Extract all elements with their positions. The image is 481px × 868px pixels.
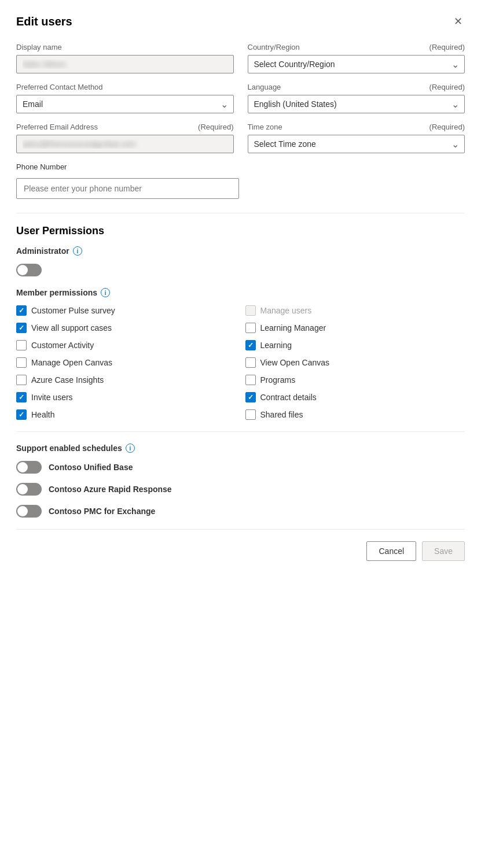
checkbox-manage-open-canvas-box[interactable] bbox=[16, 357, 27, 368]
timezone-required: (Required) bbox=[429, 123, 465, 131]
checkbox-customer-pulse-box[interactable] bbox=[16, 305, 27, 316]
edit-users-modal: Edit users ✕ Display name Country/Region… bbox=[0, 0, 481, 868]
close-button[interactable]: ✕ bbox=[451, 14, 465, 29]
checkbox-manage-users-label: Manage users bbox=[260, 306, 312, 315]
schedule-contoso-unified: Contoso Unified Base bbox=[16, 461, 465, 474]
modal-header: Edit users ✕ bbox=[16, 14, 465, 29]
contoso-pmc-toggle[interactable] bbox=[16, 505, 42, 518]
timezone-label-row: Time zone (Required) bbox=[248, 123, 465, 131]
checkbox-manage-users-box[interactable] bbox=[245, 305, 256, 316]
user-permissions-title: User Permissions bbox=[16, 225, 465, 237]
language-select-wrapper: English (United States) bbox=[248, 95, 465, 113]
checkbox-customer-pulse[interactable]: Customer Pulse survey bbox=[16, 305, 236, 316]
checkbox-customer-pulse-label: Customer Pulse survey bbox=[31, 306, 115, 315]
email-label: Preferred Email Address bbox=[16, 123, 98, 131]
email-group: Preferred Email Address (Required) bbox=[16, 123, 234, 153]
checkbox-learning-manager-label: Learning Manager bbox=[260, 323, 326, 333]
administrator-label-row: Administrator i bbox=[16, 246, 465, 256]
checkbox-programs-box[interactable] bbox=[245, 375, 256, 385]
timezone-group: Time zone (Required) Select Time zone bbox=[248, 123, 465, 153]
divider-1 bbox=[16, 213, 465, 213]
schedule-contoso-pmc: Contoso PMC for Exchange bbox=[16, 505, 465, 518]
checkbox-learning-manager[interactable]: Learning Manager bbox=[245, 323, 465, 333]
contoso-unified-toggle[interactable] bbox=[16, 461, 42, 474]
timezone-label: Time zone bbox=[248, 123, 282, 131]
checkbox-manage-open-canvas-label: Manage Open Canvas bbox=[31, 358, 112, 367]
checkbox-invite-users[interactable]: Invite users bbox=[16, 392, 236, 402]
checkbox-health[interactable]: Health bbox=[16, 409, 236, 420]
schedules-list: Contoso Unified Base Contoso Azure Rapid… bbox=[16, 461, 465, 518]
checkbox-view-support-label: View all support cases bbox=[31, 323, 112, 333]
checkbox-programs[interactable]: Programs bbox=[245, 375, 465, 385]
checkbox-contract-details-box[interactable] bbox=[245, 392, 256, 402]
email-label-row: Preferred Email Address (Required) bbox=[16, 123, 234, 131]
display-name-input[interactable] bbox=[16, 55, 234, 73]
checkbox-manage-users[interactable]: Manage users bbox=[245, 305, 465, 316]
schedules-label: Support enabled schedules bbox=[16, 444, 122, 453]
contact-method-select-wrapper: Email Phone bbox=[16, 95, 234, 113]
checkbox-shared-files-box[interactable] bbox=[245, 409, 256, 420]
email-input[interactable] bbox=[16, 135, 234, 153]
schedule-contoso-azure: Contoso Azure Rapid Response bbox=[16, 483, 465, 496]
checkbox-shared-files[interactable]: Shared files bbox=[245, 409, 465, 420]
contact-method-label: Preferred Contact Method bbox=[16, 83, 234, 91]
checkbox-contract-details-label: Contract details bbox=[260, 393, 317, 402]
country-label-row: Country/Region (Required) bbox=[248, 43, 465, 51]
checkbox-view-support[interactable]: View all support cases bbox=[16, 323, 236, 333]
checkbox-learning[interactable]: Learning bbox=[245, 340, 465, 350]
checkbox-programs-label: Programs bbox=[260, 375, 296, 385]
language-label: Language bbox=[248, 83, 281, 91]
member-permissions-info-icon[interactable]: i bbox=[101, 288, 110, 297]
administrator-info-icon[interactable]: i bbox=[73, 246, 82, 256]
modal-footer: Cancel Save bbox=[16, 529, 465, 561]
member-permissions-label: Member permissions bbox=[16, 288, 97, 297]
checkbox-azure-case-label: Azure Case Insights bbox=[31, 375, 104, 385]
contact-method-group: Preferred Contact Method Email Phone bbox=[16, 83, 234, 113]
country-group: Country/Region (Required) Select Country… bbox=[248, 43, 465, 73]
timezone-select[interactable]: Select Time zone bbox=[248, 135, 465, 153]
country-required: (Required) bbox=[429, 43, 465, 51]
contoso-unified-label: Contoso Unified Base bbox=[49, 463, 133, 472]
modal-title: Edit users bbox=[16, 15, 72, 28]
language-required: (Required) bbox=[429, 83, 465, 91]
checkbox-view-open-canvas-box[interactable] bbox=[245, 357, 256, 368]
phone-label: Phone Number bbox=[16, 162, 465, 171]
divider-2 bbox=[16, 431, 465, 432]
display-name-label: Display name bbox=[16, 43, 234, 51]
checkbox-invite-users-label: Invite users bbox=[31, 393, 73, 402]
checkbox-contract-details[interactable]: Contract details bbox=[245, 392, 465, 402]
display-name-group: Display name bbox=[16, 43, 234, 73]
administrator-toggle[interactable] bbox=[16, 264, 42, 276]
schedules-info-icon[interactable]: i bbox=[126, 444, 135, 453]
checkbox-customer-activity-box[interactable] bbox=[16, 340, 27, 350]
form-grid: Display name Country/Region (Required) S… bbox=[16, 43, 465, 153]
save-button[interactable]: Save bbox=[422, 541, 465, 561]
timezone-select-wrapper: Select Time zone bbox=[248, 135, 465, 153]
checkbox-view-support-box[interactable] bbox=[16, 323, 27, 333]
email-required: (Required) bbox=[198, 123, 233, 131]
cancel-button[interactable]: Cancel bbox=[366, 541, 416, 561]
checkbox-azure-case[interactable]: Azure Case Insights bbox=[16, 375, 236, 385]
checkbox-manage-open-canvas[interactable]: Manage Open Canvas bbox=[16, 357, 236, 368]
checkbox-customer-activity[interactable]: Customer Activity bbox=[16, 340, 236, 350]
phone-group: Phone Number bbox=[16, 162, 465, 199]
administrator-toggle-wrapper bbox=[16, 264, 465, 276]
checkbox-view-open-canvas[interactable]: View Open Canvas bbox=[245, 357, 465, 368]
country-label: Country/Region bbox=[248, 43, 300, 51]
contoso-azure-toggle[interactable] bbox=[16, 483, 42, 496]
checkbox-health-box[interactable] bbox=[16, 409, 27, 420]
checkbox-learning-manager-box[interactable] bbox=[245, 323, 256, 333]
contoso-pmc-label: Contoso PMC for Exchange bbox=[49, 507, 155, 516]
checkbox-learning-box[interactable] bbox=[245, 340, 256, 350]
language-group: Language (Required) English (United Stat… bbox=[248, 83, 465, 113]
language-label-row: Language (Required) bbox=[248, 83, 465, 91]
checkbox-shared-files-label: Shared files bbox=[260, 410, 303, 419]
country-select[interactable]: Select Country/Region bbox=[248, 55, 465, 73]
administrator-label: Administrator bbox=[16, 246, 69, 256]
checkbox-invite-users-box[interactable] bbox=[16, 392, 27, 402]
checkbox-azure-case-box[interactable] bbox=[16, 375, 27, 385]
country-select-wrapper: Select Country/Region bbox=[248, 55, 465, 73]
phone-input[interactable] bbox=[16, 178, 239, 199]
contact-method-select[interactable]: Email Phone bbox=[16, 95, 234, 113]
language-select[interactable]: English (United States) bbox=[248, 95, 465, 113]
